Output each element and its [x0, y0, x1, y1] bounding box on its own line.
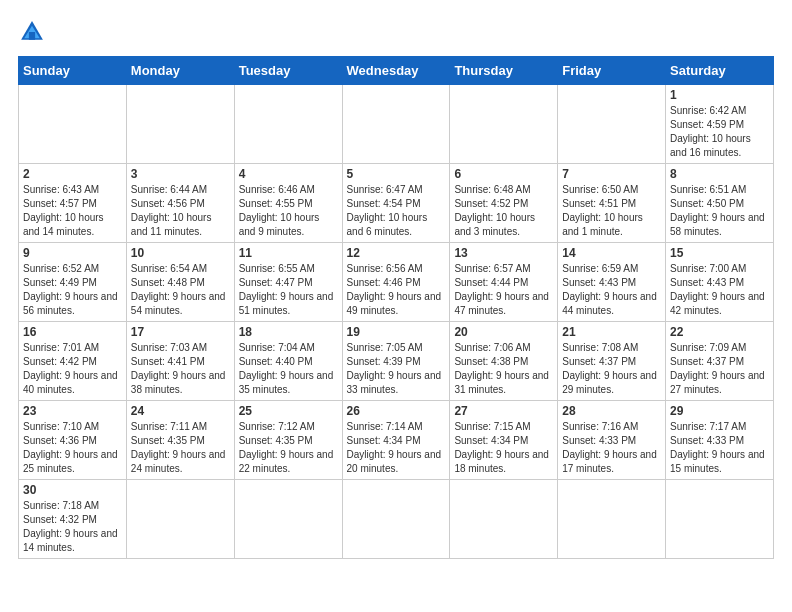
calendar-cell: 17Sunrise: 7:03 AMSunset: 4:41 PMDayligh…: [126, 322, 234, 401]
day-info: Sunrise: 7:16 AMSunset: 4:33 PMDaylight:…: [562, 420, 661, 476]
day-number: 29: [670, 404, 769, 418]
calendar-row-4: 23Sunrise: 7:10 AMSunset: 4:36 PMDayligh…: [19, 401, 774, 480]
calendar-cell: 18Sunrise: 7:04 AMSunset: 4:40 PMDayligh…: [234, 322, 342, 401]
day-number: 13: [454, 246, 553, 260]
day-info: Sunrise: 6:59 AMSunset: 4:43 PMDaylight:…: [562, 262, 661, 318]
day-info: Sunrise: 7:05 AMSunset: 4:39 PMDaylight:…: [347, 341, 446, 397]
day-info: Sunrise: 6:52 AMSunset: 4:49 PMDaylight:…: [23, 262, 122, 318]
weekday-header-tuesday: Tuesday: [234, 57, 342, 85]
day-number: 30: [23, 483, 122, 497]
calendar-cell: 6Sunrise: 6:48 AMSunset: 4:52 PMDaylight…: [450, 164, 558, 243]
calendar-cell: [234, 480, 342, 559]
day-number: 24: [131, 404, 230, 418]
page: SundayMondayTuesdayWednesdayThursdayFrid…: [0, 0, 792, 569]
calendar-cell: 30Sunrise: 7:18 AMSunset: 4:32 PMDayligh…: [19, 480, 127, 559]
weekday-header-thursday: Thursday: [450, 57, 558, 85]
day-info: Sunrise: 7:00 AMSunset: 4:43 PMDaylight:…: [670, 262, 769, 318]
calendar-cell: 29Sunrise: 7:17 AMSunset: 4:33 PMDayligh…: [666, 401, 774, 480]
calendar-cell: 21Sunrise: 7:08 AMSunset: 4:37 PMDayligh…: [558, 322, 666, 401]
calendar-cell: 26Sunrise: 7:14 AMSunset: 4:34 PMDayligh…: [342, 401, 450, 480]
day-number: 16: [23, 325, 122, 339]
day-number: 15: [670, 246, 769, 260]
calendar-cell: 23Sunrise: 7:10 AMSunset: 4:36 PMDayligh…: [19, 401, 127, 480]
calendar-cell: 28Sunrise: 7:16 AMSunset: 4:33 PMDayligh…: [558, 401, 666, 480]
weekday-header-sunday: Sunday: [19, 57, 127, 85]
day-number: 12: [347, 246, 446, 260]
day-info: Sunrise: 7:17 AMSunset: 4:33 PMDaylight:…: [670, 420, 769, 476]
calendar-cell: 7Sunrise: 6:50 AMSunset: 4:51 PMDaylight…: [558, 164, 666, 243]
calendar-row-0: 1Sunrise: 6:42 AMSunset: 4:59 PMDaylight…: [19, 85, 774, 164]
calendar-cell: 25Sunrise: 7:12 AMSunset: 4:35 PMDayligh…: [234, 401, 342, 480]
day-info: Sunrise: 6:51 AMSunset: 4:50 PMDaylight:…: [670, 183, 769, 239]
calendar-cell: 12Sunrise: 6:56 AMSunset: 4:46 PMDayligh…: [342, 243, 450, 322]
day-number: 2: [23, 167, 122, 181]
day-number: 11: [239, 246, 338, 260]
day-info: Sunrise: 6:46 AMSunset: 4:55 PMDaylight:…: [239, 183, 338, 239]
calendar-cell: 5Sunrise: 6:47 AMSunset: 4:54 PMDaylight…: [342, 164, 450, 243]
calendar-cell: 9Sunrise: 6:52 AMSunset: 4:49 PMDaylight…: [19, 243, 127, 322]
weekday-header-friday: Friday: [558, 57, 666, 85]
day-info: Sunrise: 7:09 AMSunset: 4:37 PMDaylight:…: [670, 341, 769, 397]
calendar-cell: 20Sunrise: 7:06 AMSunset: 4:38 PMDayligh…: [450, 322, 558, 401]
day-number: 9: [23, 246, 122, 260]
calendar-cell: [126, 85, 234, 164]
calendar-cell: 3Sunrise: 6:44 AMSunset: 4:56 PMDaylight…: [126, 164, 234, 243]
weekday-header-monday: Monday: [126, 57, 234, 85]
calendar-cell: 10Sunrise: 6:54 AMSunset: 4:48 PMDayligh…: [126, 243, 234, 322]
calendar-cell: [558, 480, 666, 559]
day-number: 8: [670, 167, 769, 181]
calendar-cell: [19, 85, 127, 164]
day-info: Sunrise: 7:18 AMSunset: 4:32 PMDaylight:…: [23, 499, 122, 555]
calendar-cell: [558, 85, 666, 164]
day-number: 22: [670, 325, 769, 339]
calendar-cell: 14Sunrise: 6:59 AMSunset: 4:43 PMDayligh…: [558, 243, 666, 322]
day-number: 20: [454, 325, 553, 339]
calendar-cell: [450, 85, 558, 164]
day-number: 6: [454, 167, 553, 181]
day-info: Sunrise: 6:48 AMSunset: 4:52 PMDaylight:…: [454, 183, 553, 239]
day-info: Sunrise: 7:01 AMSunset: 4:42 PMDaylight:…: [23, 341, 122, 397]
day-info: Sunrise: 6:55 AMSunset: 4:47 PMDaylight:…: [239, 262, 338, 318]
day-info: Sunrise: 6:54 AMSunset: 4:48 PMDaylight:…: [131, 262, 230, 318]
logo: [18, 18, 50, 46]
day-info: Sunrise: 6:50 AMSunset: 4:51 PMDaylight:…: [562, 183, 661, 239]
calendar-cell: 22Sunrise: 7:09 AMSunset: 4:37 PMDayligh…: [666, 322, 774, 401]
logo-icon: [18, 18, 46, 46]
day-number: 23: [23, 404, 122, 418]
calendar-row-2: 9Sunrise: 6:52 AMSunset: 4:49 PMDaylight…: [19, 243, 774, 322]
day-info: Sunrise: 7:14 AMSunset: 4:34 PMDaylight:…: [347, 420, 446, 476]
day-number: 18: [239, 325, 338, 339]
calendar-cell: [126, 480, 234, 559]
calendar-cell: [450, 480, 558, 559]
day-number: 7: [562, 167, 661, 181]
calendar-cell: [342, 85, 450, 164]
day-info: Sunrise: 6:57 AMSunset: 4:44 PMDaylight:…: [454, 262, 553, 318]
calendar-cell: 15Sunrise: 7:00 AMSunset: 4:43 PMDayligh…: [666, 243, 774, 322]
day-number: 14: [562, 246, 661, 260]
day-number: 1: [670, 88, 769, 102]
day-number: 26: [347, 404, 446, 418]
calendar-row-5: 30Sunrise: 7:18 AMSunset: 4:32 PMDayligh…: [19, 480, 774, 559]
weekday-header-row: SundayMondayTuesdayWednesdayThursdayFrid…: [19, 57, 774, 85]
day-number: 27: [454, 404, 553, 418]
day-info: Sunrise: 7:06 AMSunset: 4:38 PMDaylight:…: [454, 341, 553, 397]
weekday-header-wednesday: Wednesday: [342, 57, 450, 85]
day-info: Sunrise: 7:08 AMSunset: 4:37 PMDaylight:…: [562, 341, 661, 397]
calendar-cell: 19Sunrise: 7:05 AMSunset: 4:39 PMDayligh…: [342, 322, 450, 401]
calendar-cell: 24Sunrise: 7:11 AMSunset: 4:35 PMDayligh…: [126, 401, 234, 480]
day-info: Sunrise: 6:43 AMSunset: 4:57 PMDaylight:…: [23, 183, 122, 239]
calendar-cell: [666, 480, 774, 559]
day-number: 4: [239, 167, 338, 181]
day-info: Sunrise: 7:11 AMSunset: 4:35 PMDaylight:…: [131, 420, 230, 476]
calendar-cell: 16Sunrise: 7:01 AMSunset: 4:42 PMDayligh…: [19, 322, 127, 401]
calendar-row-1: 2Sunrise: 6:43 AMSunset: 4:57 PMDaylight…: [19, 164, 774, 243]
day-number: 5: [347, 167, 446, 181]
day-info: Sunrise: 6:56 AMSunset: 4:46 PMDaylight:…: [347, 262, 446, 318]
day-number: 19: [347, 325, 446, 339]
svg-rect-2: [29, 32, 35, 40]
day-info: Sunrise: 6:42 AMSunset: 4:59 PMDaylight:…: [670, 104, 769, 160]
calendar-cell: 13Sunrise: 6:57 AMSunset: 4:44 PMDayligh…: [450, 243, 558, 322]
day-number: 10: [131, 246, 230, 260]
day-info: Sunrise: 6:44 AMSunset: 4:56 PMDaylight:…: [131, 183, 230, 239]
day-number: 28: [562, 404, 661, 418]
